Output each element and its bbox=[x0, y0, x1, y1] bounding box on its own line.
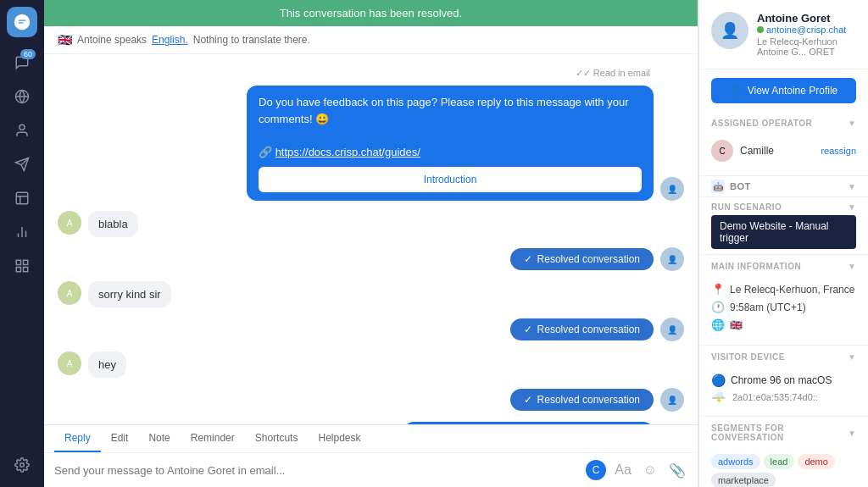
intro-bar: Introduction bbox=[259, 167, 642, 192]
sidebar-item-settings[interactable] bbox=[7, 450, 37, 480]
segments-chevron: ▼ bbox=[848, 429, 856, 438]
emoji-icon[interactable]: ☺ bbox=[640, 460, 660, 480]
resolved-marker-1: Resolved conversation 👤 bbox=[58, 247, 684, 271]
tag-adwords[interactable]: adwords bbox=[711, 454, 760, 469]
outgoing-text: Do you have feedback on this page? Pleas… bbox=[259, 96, 628, 125]
chat-badge: 60 bbox=[20, 49, 36, 59]
message-incoming-hey: A hey bbox=[58, 351, 684, 378]
globe-info-icon: 🌐 bbox=[711, 318, 725, 331]
visitor-device-header[interactable]: VISITOR DEVICE ▼ bbox=[699, 346, 868, 368]
tab-helpdesk[interactable]: Helpdesk bbox=[308, 425, 370, 452]
message-outgoing-row: Do you have feedback on this page? Pleas… bbox=[58, 86, 684, 201]
reply-input[interactable] bbox=[54, 464, 579, 477]
operator-row: C Camille reassign bbox=[711, 140, 856, 162]
segments-header[interactable]: SEGMENTS FOR CONVERSATION ▼ bbox=[699, 417, 868, 449]
main-info-section: MAIN INFORMATION ▼ 📍 Le Relecq-Kerhuon, … bbox=[699, 255, 868, 346]
profile-name: Antoine Goret bbox=[757, 12, 856, 25]
run-scenario-chevron: ▼ bbox=[848, 202, 856, 212]
sidebar-item-chat[interactable]: 60 bbox=[7, 47, 37, 78]
sidebar-item-contacts[interactable] bbox=[7, 115, 37, 146]
chrome-icon: 🔵 bbox=[711, 374, 726, 387]
tab-shortcuts[interactable]: Shortcuts bbox=[245, 425, 309, 452]
crisp-send-icon[interactable]: C bbox=[586, 460, 606, 480]
clock-icon: 🕐 bbox=[711, 301, 725, 313]
message-outgoing-bubble: Do you have feedback on this page? Pleas… bbox=[247, 86, 654, 201]
resolved-avatar-2: 👤 bbox=[660, 318, 684, 341]
incoming-avatar-blabla: A bbox=[58, 211, 81, 235]
assigned-operator-chevron: ▼ bbox=[848, 119, 856, 128]
resolved-pill-1: Resolved conversation bbox=[510, 248, 654, 270]
sidebar-logo[interactable] bbox=[7, 7, 37, 37]
ip-row: 🌩️ 2a01:e0a:535:74d0:: bbox=[711, 390, 856, 404]
location-icon: 📍 bbox=[711, 283, 725, 296]
visitor-device-section: VISITOR DEVICE ▼ 🔵 Chrome 96 on macOS 🌩️… bbox=[699, 346, 868, 417]
view-profile-button[interactable]: 👤 View Antoine Profile bbox=[711, 78, 856, 103]
view-profile-icon: 👤 bbox=[730, 85, 743, 97]
bubble-hey: hey bbox=[88, 351, 126, 378]
svg-rect-14 bbox=[16, 268, 20, 272]
visitor-device-title: VISITOR DEVICE bbox=[711, 352, 785, 362]
sidebar-item-send[interactable] bbox=[7, 149, 37, 180]
tag-demo[interactable]: demo bbox=[798, 454, 835, 469]
tab-reminder[interactable]: Reminder bbox=[181, 425, 245, 452]
outgoing-link[interactable]: https://docs.crisp.chat/guides/ bbox=[275, 146, 420, 158]
read-email-label: Read in email bbox=[58, 68, 684, 79]
resolved-pill-2: Resolved conversation bbox=[510, 318, 654, 340]
assigned-operator-header[interactable]: ASSIGNED OPERATOR ▼ bbox=[699, 112, 868, 135]
segment-tags: adwords lead demo marketplace bbox=[711, 454, 856, 487]
reply-tabs: Reply Edit Note Reminder Shortcuts Helpd… bbox=[44, 425, 698, 453]
scenario-name: Demo Website - Manual trigger bbox=[711, 215, 856, 249]
profile-email: antoine@crisp.chat bbox=[757, 25, 856, 35]
tab-note[interactable]: Note bbox=[138, 425, 180, 452]
incoming-avatar-hey: A bbox=[58, 351, 81, 375]
location-text: Le Relecq-Kerhuon, France bbox=[730, 284, 854, 296]
run-scenario-title: RUN SCENARIO bbox=[711, 202, 782, 212]
view-profile-label: View Antoine Profile bbox=[748, 85, 838, 97]
language-row: 🌐 🇬🇧 bbox=[711, 318, 856, 331]
bot-row: 🤖 BOT ▼ bbox=[699, 176, 868, 197]
segments-title: SEGMENTS FOR CONVERSATION bbox=[711, 423, 848, 442]
sidebar: 60 bbox=[0, 0, 44, 487]
segments-section: SEGMENTS FOR CONVERSATION ▼ adwords lead… bbox=[699, 417, 868, 487]
resolved-banner: This conversation has been resolved. bbox=[44, 0, 698, 26]
resolved-pill-3: Resolved conversation bbox=[510, 389, 654, 411]
bubble-blabla: blabla bbox=[88, 211, 138, 237]
reply-bar: Reply Edit Note Reminder Shortcuts Helpd… bbox=[44, 424, 698, 487]
bot-label: BOT bbox=[730, 181, 843, 191]
tag-lead[interactable]: lead bbox=[764, 454, 795, 469]
sidebar-item-analytics[interactable] bbox=[7, 217, 37, 247]
language-note: Nothing to translate there. bbox=[193, 34, 310, 46]
bubble-sorry: sorry kind sir bbox=[88, 281, 171, 307]
bot-icon: 🤖 bbox=[711, 180, 725, 193]
format-icon[interactable]: Aa bbox=[613, 460, 633, 480]
svg-rect-13 bbox=[24, 260, 28, 264]
language-bar: 🇬🇧 Antoine speaks English. Nothing to tr… bbox=[44, 26, 698, 54]
location-row: 📍 Le Relecq-Kerhuon, France bbox=[711, 283, 856, 296]
svg-rect-12 bbox=[16, 260, 20, 264]
sidebar-item-notes[interactable] bbox=[7, 183, 37, 213]
bot-chevron: ▼ bbox=[848, 182, 856, 191]
incoming-avatar-sorry: A bbox=[58, 281, 81, 305]
ip-text: 2a01:e0a:535:74d0:: bbox=[732, 392, 818, 402]
attachment-icon[interactable]: 📎 bbox=[667, 460, 687, 480]
browser-row: 🔵 Chrome 96 on macOS bbox=[711, 374, 856, 387]
tab-reply[interactable]: Reply bbox=[54, 425, 101, 452]
svg-rect-6 bbox=[16, 192, 28, 204]
language-link[interactable]: English. bbox=[152, 34, 188, 46]
run-scenario-section: RUN SCENARIO ▼ Demo Website - Manual tri… bbox=[699, 197, 868, 255]
tab-edit[interactable]: Edit bbox=[101, 425, 139, 452]
resolved-avatar-3: 👤 bbox=[660, 388, 684, 412]
profile-avatar: 👤 bbox=[711, 12, 748, 49]
sidebar-item-grid[interactable] bbox=[7, 251, 37, 281]
resolved-marker-3: Resolved conversation 👤 bbox=[58, 388, 684, 412]
main-info-header[interactable]: MAIN INFORMATION ▼ bbox=[699, 255, 868, 278]
tag-marketplace[interactable]: marketplace bbox=[711, 473, 776, 487]
time-row: 🕐 9:58am (UTC+1) bbox=[711, 301, 856, 313]
browser-text: Chrome 96 on macOS bbox=[731, 374, 832, 386]
time-text: 9:58am (UTC+1) bbox=[730, 302, 806, 313]
svg-point-3 bbox=[19, 125, 25, 130]
main-info-body: 📍 Le Relecq-Kerhuon, France 🕐 9:58am (UT… bbox=[699, 278, 868, 345]
language-text: Antoine speaks bbox=[77, 34, 147, 46]
reassign-link[interactable]: reassign bbox=[821, 146, 856, 156]
sidebar-item-globe[interactable] bbox=[7, 81, 37, 112]
